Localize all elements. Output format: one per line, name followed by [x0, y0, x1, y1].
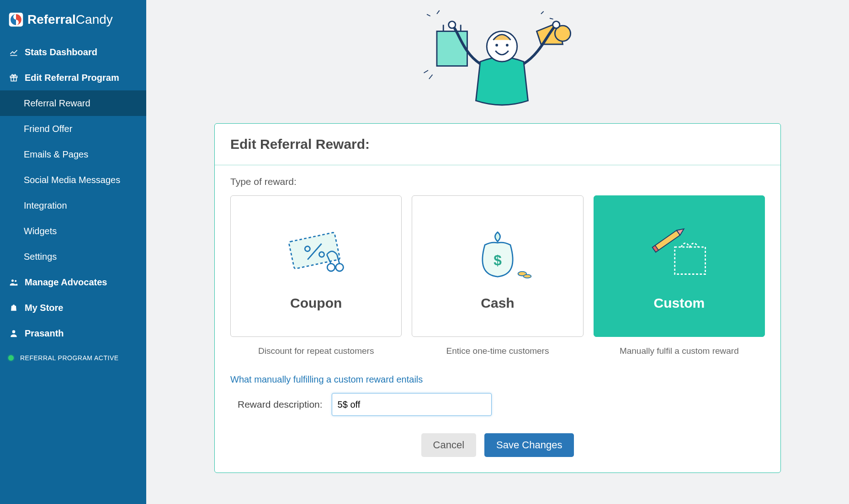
svg-point-12 — [553, 21, 560, 28]
reward-option-cash-wrap: $ Cash Entice one-time customers — [412, 195, 583, 356]
sidebar-item-label: Prasanth — [25, 328, 64, 339]
save-button[interactable]: Save Changes — [484, 433, 574, 457]
svg-point-18 — [335, 263, 343, 271]
sidebar-item-label: Emails & Pages — [24, 149, 88, 160]
reward-option-cash[interactable]: $ Cash — [412, 195, 583, 337]
sidebar-sub-widgets[interactable]: Widgets — [0, 218, 146, 244]
user-icon — [8, 329, 19, 338]
reward-option-title: Coupon — [290, 295, 342, 311]
program-status: REFERRAL PROGRAM ACTIVE — [0, 346, 146, 370]
svg-rect-23 — [654, 230, 680, 251]
svg-point-5 — [12, 330, 16, 333]
reward-description-label: Reward description: — [230, 399, 323, 410]
svg-point-10 — [506, 44, 509, 47]
brand-text: ReferralCandy — [27, 12, 113, 27]
sidebar-nav: Stats Dashboard Edit Referral Program Re… — [0, 39, 146, 346]
sidebar-item-label: Edit Referral Program — [25, 73, 119, 83]
reward-option-desc: Discount for repeat customers — [258, 346, 374, 356]
svg-point-3 — [11, 279, 14, 282]
sidebar-item-edit-program[interactable]: Edit Referral Program — [0, 65, 146, 90]
sidebar-item-user[interactable]: Prasanth — [0, 320, 146, 346]
status-label: REFERRAL PROGRAM ACTIVE — [20, 354, 119, 362]
svg-point-17 — [327, 263, 335, 271]
page-title: Edit Referral Reward: — [230, 136, 765, 152]
reward-option-coupon[interactable]: Coupon — [230, 195, 402, 337]
sidebar-sub-integration[interactable]: Integration — [0, 193, 146, 218]
people-icon — [8, 278, 19, 287]
sidebar-item-advocates[interactable]: Manage Advocates — [0, 269, 146, 295]
sidebar-item-label: Widgets — [24, 226, 57, 236]
reward-description-row: Reward description: — [230, 393, 765, 416]
custom-reward-info-link[interactable]: What manually fulfilling a custom reward… — [230, 374, 423, 385]
reward-description-input[interactable] — [332, 393, 492, 416]
reward-option-desc: Entice one-time customers — [446, 346, 549, 356]
reward-type-label: Type of reward: — [230, 176, 765, 187]
coupon-icon — [277, 221, 355, 285]
reward-option-desc: Manually fulfil a custom reward — [620, 346, 739, 356]
sidebar-item-label: Stats Dashboard — [25, 47, 97, 58]
bag-icon — [8, 303, 19, 312]
svg-point-21 — [524, 274, 531, 278]
sidebar-sub-settings[interactable]: Settings — [0, 244, 146, 269]
svg-point-4 — [15, 280, 16, 282]
brand-logo: ReferralCandy — [0, 8, 146, 39]
sidebar: ReferralCandy Stats Dashboard Edit Refer… — [0, 0, 146, 504]
chart-icon — [8, 47, 19, 57]
sidebar-item-store[interactable]: My Store — [0, 295, 146, 320]
sidebar-sub-friend-offer[interactable]: Friend Offer — [0, 116, 146, 142]
reward-type-options: Coupon Discount for repeat customers $ — [230, 195, 765, 356]
sidebar-item-label: My Store — [25, 303, 63, 313]
card-header: Edit Referral Reward: — [215, 124, 780, 165]
sidebar-item-label: Settings — [24, 252, 57, 262]
status-dot-icon — [8, 355, 14, 361]
cancel-button[interactable]: Cancel — [421, 433, 476, 457]
svg-text:$: $ — [493, 252, 502, 268]
sidebar-item-label: Manage Advocates — [25, 277, 107, 288]
svg-point-9 — [495, 44, 498, 47]
svg-rect-7 — [437, 31, 467, 66]
card-body: Type of reward: — [215, 165, 780, 472]
sidebar-item-label: Integration — [24, 200, 67, 211]
reward-option-custom-wrap: Custom Manually fulfil a custom reward — [594, 195, 765, 356]
sidebar-item-label: Friend Offer — [24, 124, 72, 134]
sidebar-item-stats[interactable]: Stats Dashboard — [0, 39, 146, 65]
edit-reward-card: Edit Referral Reward: Type of reward: — [214, 123, 781, 473]
reward-option-title: Cash — [481, 295, 514, 311]
form-actions: Cancel Save Changes — [230, 433, 765, 457]
main-content: Edit Referral Reward: Type of reward: — [146, 0, 849, 504]
cash-icon: $ — [459, 221, 536, 285]
custom-icon — [640, 221, 718, 285]
reward-option-custom[interactable]: Custom — [594, 195, 765, 337]
hero-illustration — [164, 0, 831, 123]
sidebar-item-label: Social Media Messages — [24, 175, 120, 185]
sidebar-sub-referral-reward[interactable]: Referral Reward — [0, 90, 146, 116]
svg-point-11 — [449, 21, 456, 28]
reward-option-title: Custom — [653, 295, 705, 311]
logo-icon — [8, 12, 24, 27]
sidebar-sub-emails-pages[interactable]: Emails & Pages — [0, 142, 146, 167]
sidebar-item-label: Referral Reward — [24, 98, 90, 109]
svg-rect-22 — [675, 247, 706, 274]
reward-option-coupon-wrap: Coupon Discount for repeat customers — [230, 195, 402, 356]
sidebar-sub-social-media[interactable]: Social Media Messages — [0, 167, 146, 193]
gift-icon — [8, 73, 19, 82]
